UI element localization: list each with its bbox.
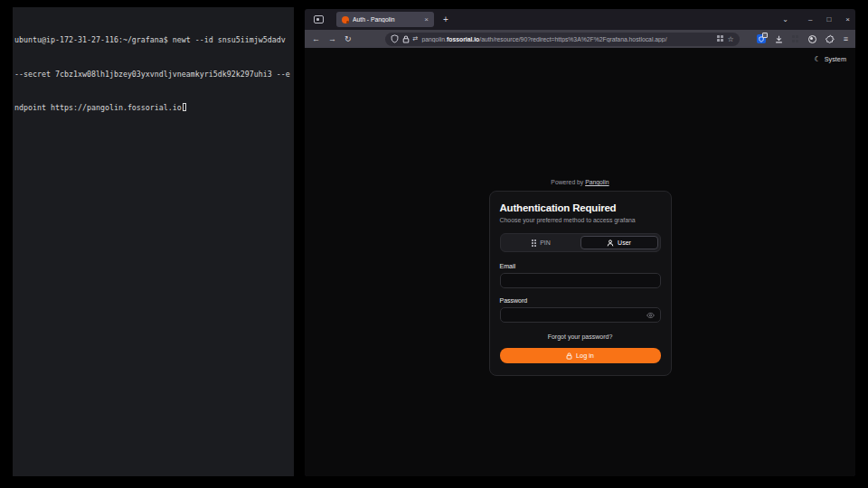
page-content: ☾ System Powered by Pangolin Authenticat…	[305, 48, 855, 476]
email-field[interactable]	[506, 277, 655, 284]
list-tabs-chevron-icon[interactable]: ⌄	[782, 15, 788, 23]
tab-title: Auth - Pangolin	[353, 16, 420, 23]
password-field-wrap	[500, 307, 661, 323]
auth-method-tabs: PIN User	[500, 233, 661, 252]
container-grid-icon[interactable]	[717, 35, 724, 42]
lock-icon[interactable]	[402, 35, 410, 43]
shield-icon[interactable]	[391, 34, 399, 43]
auth-card: Authentication Required Choose your pref…	[489, 191, 672, 376]
url-bar[interactable]: ⇄ pangolin.fossorial.io/auth/resource/90…	[385, 33, 740, 46]
password-field[interactable]	[506, 312, 646, 318]
email-field-wrap	[500, 273, 661, 288]
pangolin-favicon-icon	[342, 16, 349, 23]
downloads-icon[interactable]	[775, 35, 783, 43]
card-subtitle: Choose your preferred method to access g…	[500, 217, 661, 223]
minimize-button[interactable]: –	[808, 15, 812, 23]
extension-grid-icon[interactable]	[792, 35, 799, 42]
user-icon	[607, 239, 614, 247]
pangolin-link[interactable]: Pangolin	[585, 179, 609, 185]
forgot-password-link[interactable]: Forgot your password?	[500, 333, 661, 340]
browser-window: Auth - Pangolin × + ⌄ – □ × ← → ↻ ⇄ pang…	[305, 9, 855, 476]
bitwarden-extension-icon[interactable]	[757, 34, 766, 43]
close-window-button[interactable]: ×	[845, 15, 850, 23]
tab-pin[interactable]: PIN	[503, 236, 580, 249]
terminal-cursor	[183, 103, 187, 111]
tab-user[interactable]: User	[580, 236, 658, 249]
firefox-view-icon[interactable]	[314, 15, 324, 23]
permissions-icon[interactable]: ⇄	[413, 35, 419, 42]
puzzle-extensions-icon[interactable]	[826, 34, 835, 43]
moon-icon: ☾	[815, 55, 821, 63]
close-tab-icon[interactable]: ×	[424, 16, 429, 23]
navigation-toolbar: ← → ↻ ⇄ pangolin.fossorial.io/auth/resou…	[305, 30, 855, 48]
login-button[interactable]: Log in	[500, 348, 661, 363]
recorder-extension-icon[interactable]	[808, 35, 816, 43]
theme-toggle-label: System	[825, 55, 846, 63]
card-title: Authentication Required	[500, 202, 661, 213]
forward-button[interactable]: →	[328, 35, 336, 43]
reload-button[interactable]: ↻	[344, 35, 352, 43]
maximize-button[interactable]: □	[826, 15, 831, 23]
terminal-window[interactable]: ubuntu@ip-172-31-27-116:~/grafana$ newt …	[13, 7, 294, 476]
terminal-line: ndpoint https://pangolin.fossorial.io	[14, 102, 292, 114]
tab-bar: Auth - Pangolin × + ⌄ – □ ×	[305, 9, 855, 30]
email-label: Email	[500, 263, 661, 269]
auth-column: Powered by Pangolin Authentication Requi…	[489, 179, 672, 376]
extension-area: ≡	[757, 34, 848, 43]
show-password-eye-icon[interactable]	[646, 312, 655, 319]
hamburger-menu-icon[interactable]: ≡	[844, 34, 848, 43]
url-text: pangolin.fossorial.io/auth/resource/90?r…	[421, 36, 712, 42]
password-label: Password	[500, 297, 661, 304]
theme-toggle[interactable]: ☾ System	[815, 55, 847, 63]
tab-auth-pangolin[interactable]: Auth - Pangolin ×	[336, 12, 434, 27]
bookmark-star-icon[interactable]: ☆	[728, 35, 734, 43]
keypad-icon	[532, 239, 536, 247]
terminal-line: --secret 7cbz1xw08lh1jbzey03yxvndljvneam…	[14, 69, 292, 80]
powered-by: Powered by Pangolin	[489, 179, 672, 185]
login-lock-icon	[566, 352, 572, 360]
terminal-line: ubuntu@ip-172-31-27-116:~/grafana$ newt …	[14, 34, 292, 46]
back-button[interactable]: ←	[312, 35, 320, 43]
new-tab-button[interactable]: +	[443, 14, 448, 24]
